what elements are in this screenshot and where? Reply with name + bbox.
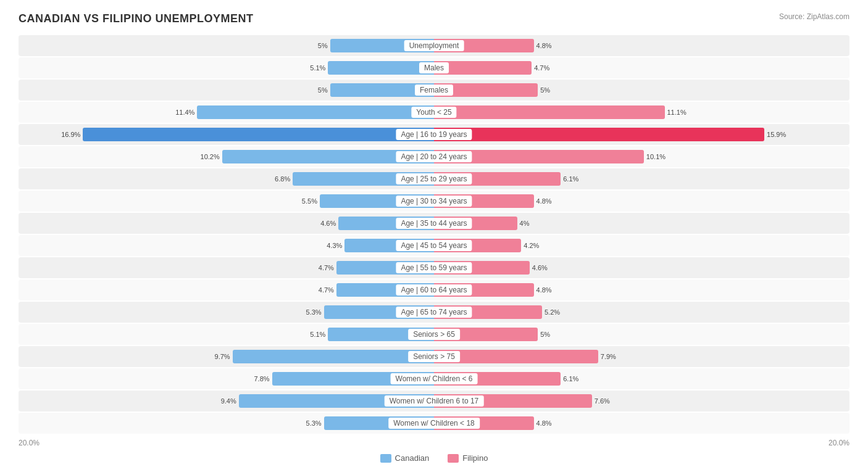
bar-filipino: 15.9% <box>434 128 764 141</box>
val-filipino: 4.8% <box>534 286 552 294</box>
val-canadian: 9.4% <box>221 397 239 405</box>
row-label: Age | 60 to 64 years <box>396 284 472 295</box>
chart-row: 5.3% Women w/ Children < 18 4.8% <box>19 413 849 434</box>
val-canadian: 7.8% <box>254 375 272 382</box>
bar-section: 5.1% Seniors > 65 5% <box>19 324 849 345</box>
chart-row: 4.6% Age | 35 to 44 years 4% <box>19 213 849 234</box>
chart-row: 7.8% Women w/ Children < 6 6.1% <box>19 368 849 389</box>
bar-section: 4.6% Age | 35 to 44 years 4% <box>19 213 849 234</box>
val-canadian: 5% <box>318 42 330 49</box>
right-part: 4.6% <box>434 257 849 278</box>
bar-canadian: 11.4% <box>197 105 434 119</box>
row-label: Age | 65 to 74 years <box>396 307 472 318</box>
bar-section: 5.1% Males 4.7% <box>19 57 849 78</box>
left-part: 16.9% <box>19 124 434 145</box>
axis-right: 20.0% <box>828 439 849 447</box>
right-part: 4.7% <box>434 57 849 78</box>
right-part: 7.6% <box>434 391 849 411</box>
row-label: Age | 20 to 24 years <box>396 151 472 162</box>
left-part: 6.8% <box>19 168 434 189</box>
row-label: Youth < 25 <box>411 107 456 118</box>
bar-section: 9.4% Women w/ Children 6 to 17 7.6% <box>19 391 849 411</box>
bar-section: 5.3% Women w/ Children < 18 4.8% <box>19 413 849 434</box>
chart-row: 4.3% Age | 45 to 54 years 4.2% <box>19 235 849 256</box>
bar-filipino: 11.1% <box>434 105 665 119</box>
row-label: Women w/ Children < 18 <box>388 418 480 429</box>
val-canadian: 4.3% <box>327 242 344 249</box>
legend-canadian-color <box>380 454 391 463</box>
right-part: 4.8% <box>434 413 849 434</box>
val-filipino: 4.2% <box>521 242 539 249</box>
val-filipino: 6.1% <box>561 175 578 183</box>
val-filipino: 4.8% <box>534 419 552 427</box>
val-canadian: 5.5% <box>302 197 320 205</box>
bar-canadian: 16.9% <box>83 128 434 141</box>
val-filipino: 4.6% <box>530 264 548 271</box>
val-filipino: 5% <box>538 86 550 94</box>
chart-area: 5% Unemployment 4.8% 5.1% Males <box>19 35 849 434</box>
val-canadian: 9.7% <box>215 353 233 360</box>
left-part: 9.4% <box>19 391 434 411</box>
val-filipino: 15.9% <box>764 131 786 138</box>
right-part: 7.9% <box>434 346 849 367</box>
bar-section: 5% Females 5% <box>19 80 849 101</box>
chart-row: 9.7% Seniors > 75 7.9% <box>19 346 849 367</box>
val-canadian: 4.6% <box>320 220 338 227</box>
bar-section: 16.9% Age | 16 to 19 years 15.9% <box>19 124 849 145</box>
chart-row: 4.7% Age | 60 to 64 years 4.8% <box>19 279 849 300</box>
val-canadian: 6.8% <box>275 175 293 183</box>
chart-container: CANADIAN VS FILIPINO UNEMPLOYMENT Source… <box>0 0 868 467</box>
bar-section: 6.8% Age | 25 to 29 years 6.1% <box>19 168 849 189</box>
left-part: 5.3% <box>19 413 434 434</box>
val-filipino: 7.9% <box>598 353 616 360</box>
left-part: 5.1% <box>19 324 434 345</box>
chart-title: CANADIAN VS FILIPINO UNEMPLOYMENT <box>19 12 849 25</box>
left-part: 4.7% <box>19 257 434 278</box>
legend: Canadian Filipino <box>19 453 849 463</box>
val-canadian: 4.7% <box>319 264 336 271</box>
right-part: 11.1% <box>434 102 849 123</box>
val-filipino: 4% <box>517 220 530 227</box>
bar-section: 7.8% Women w/ Children < 6 6.1% <box>19 368 849 389</box>
val-canadian: 11.4% <box>175 109 197 116</box>
axis-left: 20.0% <box>19 439 40 447</box>
right-part: 6.1% <box>434 368 849 389</box>
bar-section: 4.7% Age | 60 to 64 years 4.8% <box>19 279 849 300</box>
left-part: 5% <box>19 80 434 101</box>
right-part: 10.1% <box>434 146 849 167</box>
chart-row: 5% Females 5% <box>19 80 849 101</box>
bar-section: 4.7% Age | 55 to 59 years 4.6% <box>19 257 849 278</box>
row-label: Age | 55 to 59 years <box>396 262 472 273</box>
left-part: 5% <box>19 35 434 56</box>
right-part: 6.1% <box>434 168 849 189</box>
bar-canadian: 9.7% <box>233 350 434 363</box>
bar-section: 5% Unemployment 4.8% <box>19 35 849 56</box>
row-label: Age | 16 to 19 years <box>396 129 472 140</box>
val-canadian: 5% <box>318 86 330 94</box>
bar-section: 5.3% Age | 65 to 74 years 5.2% <box>19 302 849 323</box>
chart-row: 5.3% Age | 65 to 74 years 5.2% <box>19 302 849 323</box>
bar-section: 11.4% Youth < 25 11.1% <box>19 102 849 123</box>
row-label: Males <box>419 62 449 73</box>
right-part: 5% <box>434 324 849 345</box>
row-label: Age | 35 to 44 years <box>396 218 472 229</box>
left-part: 5.3% <box>19 302 434 323</box>
row-label: Age | 45 to 54 years <box>396 240 472 251</box>
bar-section: 10.2% Age | 20 to 24 years 10.1% <box>19 146 849 167</box>
row-label: Unemployment <box>404 40 464 51</box>
right-part: 4.8% <box>434 191 849 212</box>
legend-canadian: Canadian <box>380 453 430 463</box>
val-canadian: 5.1% <box>310 331 328 338</box>
left-part: 5.1% <box>19 57 434 78</box>
row-label: Seniors > 75 <box>408 351 460 362</box>
val-filipino: 6.1% <box>561 375 578 382</box>
chart-row: 4.7% Age | 55 to 59 years 4.6% <box>19 257 849 278</box>
left-part: 10.2% <box>19 146 434 167</box>
row-label: Age | 30 to 34 years <box>396 196 472 207</box>
val-filipino: 11.1% <box>665 109 686 116</box>
val-canadian: 5.3% <box>306 308 324 316</box>
val-filipino: 4.8% <box>534 42 552 49</box>
right-part: 4.2% <box>434 235 849 256</box>
right-part: 4% <box>434 213 849 234</box>
left-part: 11.4% <box>19 102 434 123</box>
